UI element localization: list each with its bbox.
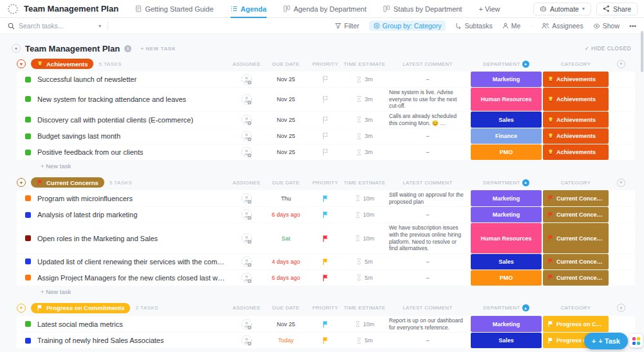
assignee-add-icon[interactable] — [241, 256, 252, 268]
status-square-icon[interactable] — [25, 212, 31, 218]
department-pill[interactable]: PMO — [471, 270, 542, 286]
priority-cell[interactable] — [307, 144, 344, 160]
time-estimate-cell[interactable]: 10m — [344, 223, 385, 253]
priority-cell[interactable] — [307, 207, 344, 222]
status-square-icon[interactable] — [25, 321, 31, 327]
column-header-department[interactable]: DEPARTMENT▲ — [470, 179, 542, 186]
column-header-time_estimate[interactable]: TIME ESTIMATE — [344, 305, 385, 311]
latest-comment-cell[interactable]: – — [385, 207, 470, 222]
latest-comment-cell[interactable]: Report is up on our dashboard for everyo… — [385, 316, 470, 332]
priority-cell[interactable] — [307, 316, 344, 332]
latest-comment-cell[interactable]: – — [385, 333, 470, 348]
new-task-row-button[interactable]: + New task — [17, 349, 635, 352]
column-header-department[interactable]: DEPARTMENT▲ — [470, 304, 542, 311]
priority-flag-icon[interactable] — [322, 320, 329, 328]
due-date-cell[interactable]: Nov 25 — [265, 144, 307, 160]
priority-flag-icon[interactable] — [322, 337, 329, 344]
status-square-icon[interactable] — [25, 150, 31, 155]
category-pill[interactable]: Achievements — [543, 72, 609, 87]
time-estimate-cell[interactable]: 10m — [344, 316, 385, 332]
task-name[interactable]: Program with microinfluencers — [37, 195, 133, 202]
task-name[interactable]: Training of newly hired Sales Associates — [37, 337, 164, 344]
filter-button[interactable]: Filter — [335, 22, 359, 30]
share-button[interactable]: Share — [596, 3, 638, 15]
priority-flag-icon[interactable] — [322, 258, 329, 266]
column-header-assignee[interactable]: ASSIGNEE — [228, 305, 265, 311]
assignee-cell[interactable] — [228, 254, 265, 269]
assignee-cell[interactable] — [228, 333, 265, 348]
task-name[interactable]: Positive feedback from our clients — [37, 148, 143, 156]
tab-getting-started-guide[interactable]: Getting Started Guide — [135, 0, 213, 18]
column-header-assignee[interactable]: ASSIGNEE — [228, 180, 265, 186]
info-icon[interactable]: i — [124, 45, 131, 52]
priority-cell[interactable] — [307, 254, 344, 269]
assignee-add-icon[interactable] — [241, 73, 252, 85]
due-date-cell[interactable]: Nov 25 — [265, 316, 307, 332]
latest-comment-cell[interactable]: – — [385, 254, 470, 269]
time-estimate-cell[interactable]: 3m — [344, 88, 385, 111]
assignee-cell[interactable] — [228, 144, 265, 160]
priority-flag-icon[interactable] — [322, 274, 329, 282]
category-pill[interactable]: Achievements — [543, 88, 609, 111]
chevron-down-icon[interactable]: ▾ — [99, 23, 101, 29]
category-pill[interactable]: Current Concerns — [543, 270, 609, 286]
status-square-icon[interactable] — [25, 117, 31, 122]
assignee-cell[interactable] — [228, 270, 265, 286]
status-square-icon[interactable] — [25, 275, 31, 280]
status-square-icon[interactable] — [25, 195, 31, 201]
tab-status-by-department[interactable]: Status by Department — [383, 0, 462, 18]
department-pill[interactable]: Sales — [471, 333, 542, 348]
latest-comment-cell[interactable]: – — [385, 270, 470, 286]
collapse-list-button[interactable]: ▼ — [12, 44, 21, 53]
new-task-row-button[interactable]: + New task — [17, 286, 635, 299]
status-square-icon[interactable] — [25, 133, 31, 139]
assignee-add-icon[interactable] — [241, 93, 252, 105]
column-header-latest_comment[interactable]: LATEST COMMENT — [385, 180, 470, 186]
group-category-pill[interactable]: Achievements — [31, 59, 93, 69]
add-column-button[interactable]: + — [617, 60, 625, 68]
assignee-cell[interactable] — [228, 128, 265, 144]
latest-comment-cell[interactable]: – — [385, 128, 470, 144]
column-header-category[interactable]: CATEGORY — [542, 61, 609, 67]
department-pill[interactable]: Finance — [471, 128, 542, 144]
latest-comment-cell[interactable]: New system is live. Advise everyone to u… — [385, 88, 470, 111]
column-header-latest_comment[interactable]: LATEST COMMENT — [385, 305, 470, 311]
time-estimate-cell[interactable]: 3m — [344, 112, 385, 128]
latest-comment-cell[interactable]: We have subscription issues with the pre… — [385, 223, 470, 253]
priority-cell[interactable] — [307, 88, 344, 111]
status-square-icon[interactable] — [25, 259, 31, 264]
department-pill[interactable]: PMO — [471, 144, 542, 160]
assignee-cell[interactable] — [228, 112, 265, 128]
assignee-cell[interactable] — [228, 207, 265, 222]
task-name[interactable]: Discovery call with potential clients (E… — [37, 116, 193, 124]
column-header-due_date[interactable]: DUE DATE — [265, 180, 307, 186]
category-pill[interactable]: Achievements — [543, 112, 609, 128]
task-name[interactable]: New system for tracking attendance and l… — [37, 95, 186, 103]
task-row[interactable]: Latest social media metricsNov 2510mRepo… — [17, 316, 635, 332]
sort-ascending-icon[interactable]: ▲ — [522, 61, 529, 68]
due-date-cell[interactable]: Nov 25 — [265, 112, 307, 128]
column-header-assignee[interactable]: ASSIGNEE — [228, 61, 265, 67]
priority-flag-icon[interactable] — [322, 235, 329, 242]
task-row[interactable]: Analysis of latest drip marketing6 days … — [17, 207, 635, 222]
priority-cell[interactable] — [307, 190, 344, 206]
department-pill[interactable]: Sales — [471, 254, 542, 269]
assignee-add-icon[interactable] — [241, 318, 252, 330]
group-by-button[interactable]: Group by: Category — [369, 21, 446, 31]
category-pill[interactable]: Current Concerns — [543, 254, 609, 269]
priority-flag-icon[interactable] — [322, 132, 329, 140]
tab-agenda-by-department[interactable]: Agenda by Department — [283, 0, 366, 18]
group-category-pill[interactable]: Current Concerns — [31, 177, 104, 188]
priority-cell[interactable] — [307, 223, 344, 253]
assignee-add-icon[interactable] — [241, 233, 252, 244]
task-name[interactable]: Open roles in the Marketing and Sales — [37, 235, 158, 242]
new-task-header-button[interactable]: + NEW TASK — [140, 46, 176, 52]
tab-agenda[interactable]: Agenda — [231, 0, 267, 18]
time-estimate-cell[interactable]: 5m — [344, 270, 385, 286]
assignee-cell[interactable] — [228, 190, 265, 206]
priority-cell[interactable] — [307, 128, 344, 144]
latest-comment-cell[interactable]: – — [385, 72, 470, 87]
task-name[interactable]: Latest social media metrics — [37, 320, 123, 328]
hide-closed-button[interactable]: ✓ HIDE CLOSED — [585, 45, 631, 52]
group-collapse-button[interactable]: ▼ — [17, 178, 26, 187]
